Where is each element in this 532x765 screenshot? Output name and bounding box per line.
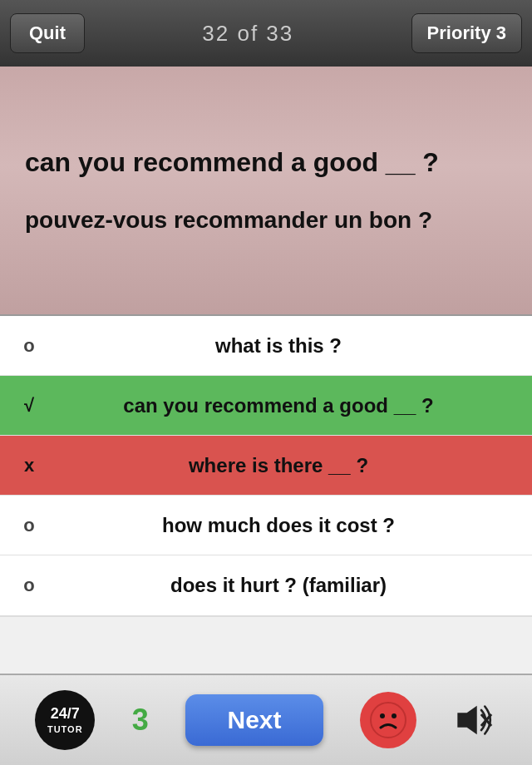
- footer-bar: 24/7 TUTOR 3 Next: [0, 674, 532, 765]
- answer-row[interactable]: owhat is this ?: [0, 316, 532, 376]
- answer-text: does it hurt ? (familiar): [42, 574, 515, 597]
- answer-row[interactable]: √can you recommend a good __ ?: [0, 376, 532, 436]
- score-count: 3: [132, 703, 149, 738]
- speaker-icon[interactable]: [454, 702, 497, 738]
- answer-indicator: x: [17, 455, 42, 476]
- answer-row[interactable]: ohow much does it cost ?: [0, 496, 532, 555]
- header-bar: Quit 32 of 33 Priority 3: [0, 0, 532, 67]
- answer-text: can you recommend a good __ ?: [42, 394, 515, 417]
- answer-text: what is this ?: [42, 334, 515, 358]
- answer-text: how much does it cost ?: [42, 514, 515, 537]
- sad-face-icon[interactable]: [360, 692, 416, 748]
- question-area: can you recommend a good __ ? pouvez-vou…: [0, 67, 532, 316]
- next-button[interactable]: Next: [185, 694, 323, 746]
- answers-area: owhat is this ?√can you recommend a good…: [0, 316, 532, 617]
- speaker-svg: [454, 702, 497, 738]
- tutor-badge[interactable]: 24/7 TUTOR: [35, 690, 95, 750]
- answer-indicator: √: [17, 395, 42, 417]
- priority-button[interactable]: Priority 3: [411, 13, 522, 53]
- svg-marker-3: [457, 706, 476, 735]
- answer-indicator: o: [17, 515, 42, 536]
- answer-text: where is there __ ?: [42, 454, 515, 477]
- question-french: pouvez-vous recommander un bon ?: [25, 205, 507, 235]
- tutor-badge-line1: 24/7: [51, 706, 80, 723]
- progress-text: 32 of 33: [202, 21, 293, 47]
- quit-button[interactable]: Quit: [10, 13, 85, 53]
- sad-face-svg: [369, 701, 407, 739]
- answer-row[interactable]: xwhere is there __ ?: [0, 436, 532, 496]
- tutor-badge-line2: TUTOR: [47, 724, 83, 734]
- svg-point-1: [380, 713, 385, 718]
- svg-point-2: [392, 713, 397, 718]
- answer-row[interactable]: odoes it hurt ? (familiar): [0, 555, 532, 615]
- question-english: can you recommend a good __ ?: [25, 146, 507, 180]
- svg-point-0: [371, 703, 406, 738]
- answer-indicator: o: [17, 335, 42, 357]
- answer-indicator: o: [17, 575, 42, 596]
